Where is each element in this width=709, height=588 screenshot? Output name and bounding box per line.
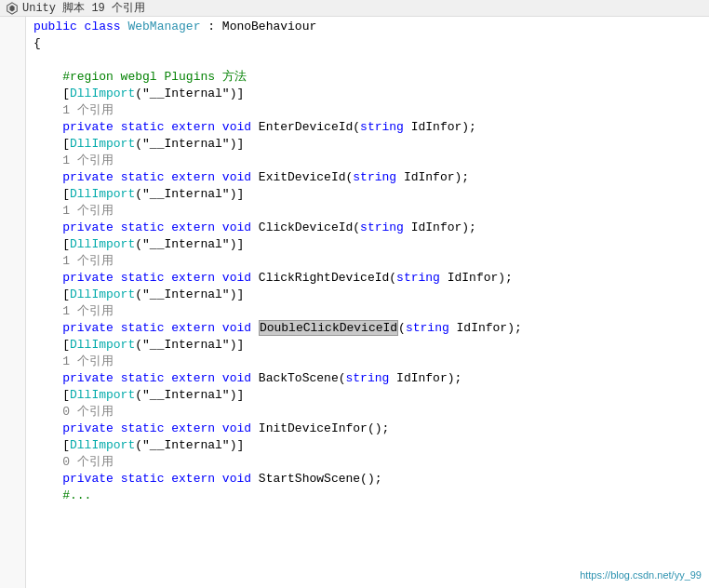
line-number xyxy=(0,370,25,387)
code-line: #... xyxy=(33,488,709,504)
code-line: [DllImport("__Internal")] xyxy=(33,287,709,303)
code-line: private static extern void StartShowScen… xyxy=(33,471,709,488)
code-line: private static extern void BackToScene(s… xyxy=(33,370,709,387)
code-line: [DllImport("__Internal")] xyxy=(33,437,709,454)
line-numbers xyxy=(0,17,26,588)
code-line: [DllImport("__Internal")] xyxy=(33,337,709,354)
line-number xyxy=(0,437,25,454)
line-number xyxy=(0,186,25,203)
code-line: private static extern void ClickRightDev… xyxy=(33,270,709,287)
code-line: 1 个引用 xyxy=(33,354,709,370)
line-number xyxy=(0,287,25,303)
code-line: [DllImport("__Internal")] xyxy=(33,387,709,404)
line-number xyxy=(0,35,25,52)
code-line: 0 个引用 xyxy=(33,454,709,471)
code-area: public class WebManager : MonoBehaviour{… xyxy=(26,17,709,588)
code-line: #region webgl Plugins 方法 xyxy=(33,69,709,86)
code-line: private static extern void EnterDeviceId… xyxy=(33,119,709,136)
line-number xyxy=(0,253,25,270)
code-line: 1 个引用 xyxy=(33,303,709,320)
line-number xyxy=(0,169,25,186)
line-number xyxy=(0,320,25,337)
code-line: private static extern void InitDeviceInf… xyxy=(33,421,709,437)
line-number xyxy=(0,337,25,354)
header-title: Unity 脚本 19 个引用 xyxy=(22,0,145,16)
code-line: private static extern void ClickDeviceId… xyxy=(33,220,709,236)
line-number xyxy=(0,354,25,370)
header-bar: Unity 脚本 19 个引用 xyxy=(0,0,709,17)
line-number xyxy=(0,270,25,287)
code-line: [DllImport("__Internal")] xyxy=(33,136,709,153)
unity-icon xyxy=(6,2,19,15)
code-container: public class WebManager : MonoBehaviour{… xyxy=(0,17,709,588)
code-line: 1 个引用 xyxy=(33,203,709,220)
line-number xyxy=(0,471,25,488)
code-line: 1 个引用 xyxy=(33,102,709,119)
watermark: https://blog.csdn.net/yy_99 xyxy=(580,569,702,581)
code-line: 1 个引用 xyxy=(33,153,709,169)
line-number xyxy=(0,203,25,220)
line-number xyxy=(0,102,25,119)
code-line: { xyxy=(33,35,709,52)
svg-marker-1 xyxy=(9,5,14,11)
line-number xyxy=(0,404,25,421)
line-number xyxy=(0,454,25,471)
line-number xyxy=(0,52,25,69)
line-number xyxy=(0,236,25,253)
code-line: 1 个引用 xyxy=(33,253,709,270)
line-number xyxy=(0,303,25,320)
code-line: [DllImport("__Internal")] xyxy=(33,86,709,102)
code-line xyxy=(33,52,709,69)
line-number xyxy=(0,136,25,153)
code-line: 0 个引用 xyxy=(33,404,709,421)
line-number xyxy=(0,19,25,35)
line-number xyxy=(0,421,25,437)
code-line: [DllImport("__Internal")] xyxy=(33,186,709,203)
code-line: [DllImport("__Internal")] xyxy=(33,236,709,253)
line-number xyxy=(0,69,25,86)
code-line: public class WebManager : MonoBehaviour xyxy=(33,19,709,35)
line-number xyxy=(0,153,25,169)
code-line: private static extern void ExitDeviceId(… xyxy=(33,169,709,186)
line-number xyxy=(0,488,25,504)
line-number xyxy=(0,387,25,404)
line-number xyxy=(0,220,25,236)
code-line: private static extern void DoubleClickDe… xyxy=(33,320,709,337)
line-number xyxy=(0,119,25,136)
line-number xyxy=(0,86,25,102)
